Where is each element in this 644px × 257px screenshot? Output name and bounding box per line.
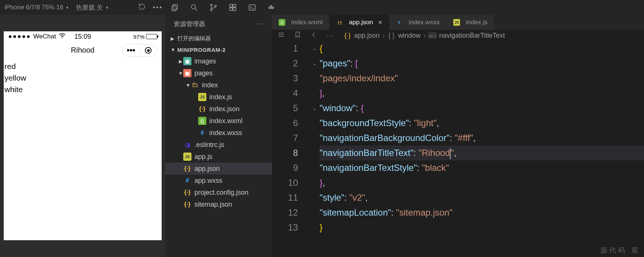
device-selector[interactable]: iPhone 6/7/8 75% 16 ▼ — [4, 4, 69, 11]
tree-item[interactable]: #app.wxss — [165, 175, 272, 187]
code-body[interactable]: { "pages": [ "pages/index/index" ], "win… — [320, 41, 644, 257]
svg-rect-8 — [233, 4, 236, 7]
page-body: redyellowwhite — [4, 58, 162, 97]
line-gutter: 12345678910111213 — [272, 41, 309, 257]
search-icon[interactable] — [190, 3, 199, 12]
svg-line-3 — [195, 9, 197, 11]
refresh-icon[interactable] — [138, 3, 146, 13]
tree-item[interactable]: JSapp.js — [165, 151, 272, 163]
editor-panel: ⟨⟩index.wxml{·}app.json×#index.wxssJSind… — [272, 15, 644, 257]
editor-tab[interactable]: #index.wxss — [389, 15, 447, 30]
editor-tabs: ⟨⟩index.wxml{·}app.json×#index.wxssJSind… — [272, 15, 644, 30]
hot-reload-label: 热重载 关 — [76, 3, 103, 12]
chevron-down-icon: ▼ — [66, 6, 69, 10]
svg-point-5 — [210, 9, 212, 11]
breadcrumb-bar: ··· {·} app.json › { } window › abc navi… — [272, 30, 644, 41]
svg-rect-13 — [269, 7, 270, 9]
crumb-file[interactable]: app.json — [354, 32, 380, 40]
nav-bar: Rihood ••• — [4, 42, 162, 58]
svg-rect-7 — [230, 4, 232, 7]
explorer-header: 资源管理器 ··· — [165, 15, 272, 33]
wifi-icon — [58, 32, 66, 42]
project-section[interactable]: ▼ MINIPROGRAM-2 — [165, 44, 272, 55]
branch-icon[interactable] — [209, 3, 218, 12]
status-time: 15:09 — [74, 33, 91, 41]
tree-item[interactable]: JSindex.js — [165, 91, 272, 103]
braces-icon: { } — [388, 32, 395, 40]
string-icon: abc — [429, 33, 436, 38]
watermark: 源代码 宸 — [600, 246, 640, 255]
open-editors-section[interactable]: ▶ 打开的编辑器 — [165, 33, 272, 44]
device-label: iPhone 6/7/8 75% 16 — [4, 4, 63, 11]
tree-item[interactable]: {·}project.config.json — [165, 187, 272, 198]
files-icon[interactable] — [170, 3, 179, 12]
terminal-icon[interactable] — [248, 3, 257, 12]
more-icon[interactable]: ··· — [326, 32, 334, 40]
extensions-icon[interactable] — [228, 3, 237, 12]
status-bar: ●●●●● WeChat 15:09 97% — [4, 31, 162, 42]
bookmark-icon[interactable] — [294, 31, 302, 41]
more-icon[interactable]: ••• — [153, 4, 163, 11]
chevron-down-icon: ▼ — [171, 47, 175, 53]
svg-rect-1 — [172, 6, 176, 11]
svg-rect-11 — [249, 5, 256, 10]
tree-item[interactable]: ▼🗀index — [165, 79, 272, 91]
svg-point-2 — [191, 5, 196, 9]
explorer-more-icon[interactable]: ··· — [256, 20, 264, 28]
simulator-panel: ●●●●● WeChat 15:09 97% Rihood ••• — [0, 15, 165, 257]
svg-point-4 — [210, 4, 212, 6]
status-carrier: ●●●●● WeChat — [8, 32, 66, 42]
back-arrow-icon[interactable] — [310, 31, 318, 41]
svg-point-6 — [215, 5, 216, 7]
capsule-menu-icon[interactable]: ••• — [123, 46, 140, 55]
editor-tab[interactable]: ⟨⟩index.wxml — [272, 15, 330, 30]
chevron-right-icon: ▶ — [171, 36, 175, 41]
battery-icon — [146, 34, 157, 39]
svg-point-17 — [62, 37, 63, 38]
explorer-panel: 资源管理器 ··· ▶ 打开的编辑器 ▼ MINIPROGRAM-2 ▶▣ima… — [165, 15, 272, 257]
battery-text: 97% — [133, 34, 145, 40]
docker-icon[interactable] — [267, 3, 276, 12]
tree-item[interactable]: ◑.eslintrc.js — [165, 139, 272, 151]
editor-tab[interactable]: {·}app.json× — [330, 15, 389, 30]
svg-rect-16 — [271, 6, 272, 7]
editor-tab[interactable]: JSindex.js — [447, 15, 495, 30]
tree-item[interactable]: {·}sitemap.json — [165, 198, 272, 210]
svg-rect-15 — [272, 7, 274, 9]
crumb-window[interactable]: window — [398, 32, 421, 40]
svg-rect-14 — [271, 7, 272, 9]
crumb-prop[interactable]: navigationBarTitleText — [439, 32, 505, 40]
capsule-close-icon[interactable] — [140, 47, 157, 54]
tree-item[interactable]: ⟨⟩index.wxml — [165, 115, 272, 127]
svg-rect-9 — [230, 8, 232, 10]
tree-item[interactable]: ▼▣pages — [165, 67, 272, 79]
tree-item[interactable]: ▶▣images — [165, 55, 272, 67]
chevron-down-icon: ▼ — [105, 6, 109, 10]
fold-column: ⌄⌄⌄ — [309, 41, 320, 257]
svg-rect-0 — [174, 4, 178, 10]
list-icon[interactable] — [277, 31, 285, 41]
phone-preview: ●●●●● WeChat 15:09 97% Rihood ••• — [4, 31, 162, 240]
tree-item[interactable]: {·}index.json — [165, 103, 272, 115]
file-tree: ▶▣images▼▣pages▼🗀indexJSindex.js{·}index… — [165, 55, 272, 210]
hot-reload-toggle[interactable]: 热重载 关 ▼ — [76, 3, 109, 12]
capsule-button[interactable]: ••• — [122, 44, 157, 57]
code-editor[interactable]: 12345678910111213 ⌄⌄⌄ { "pages": [ "page… — [272, 41, 644, 257]
svg-rect-10 — [233, 8, 236, 10]
tree-item[interactable]: {·}app.json — [165, 163, 272, 175]
close-icon[interactable]: × — [378, 19, 382, 26]
nav-title: Rihood — [71, 46, 94, 54]
top-toolbar: iPhone 6/7/8 75% 16 ▼ 热重载 关 ▼ ••• — [0, 0, 644, 15]
json-icon: {·} — [344, 32, 351, 40]
tree-item[interactable]: #index.wxss — [165, 127, 272, 139]
